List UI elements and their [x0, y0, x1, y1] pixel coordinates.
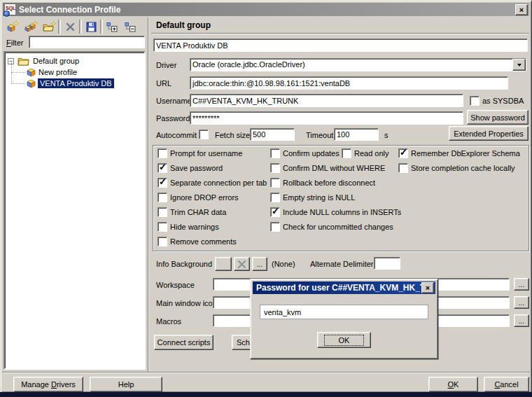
include-null-columns-checkbox[interactable] — [270, 207, 280, 217]
macros-label: Macros — [156, 317, 181, 326]
manage-drivers-button[interactable]: Manage Drivers — [13, 377, 83, 392]
profile-cube-icon — [27, 79, 36, 88]
url-label: URL — [156, 79, 172, 88]
driver-label: Driver — [156, 61, 176, 69]
check-uncommitted-checkbox[interactable] — [270, 222, 280, 232]
delete-icon — [65, 22, 76, 32]
remember-dbexplorer-checkbox[interactable] — [398, 148, 408, 158]
remove-comments-checkbox[interactable] — [158, 237, 167, 246]
save-password-label: Save password — [170, 164, 223, 172]
autocommit-label: Autocommit — [156, 131, 197, 139]
expand-all-button[interactable] — [103, 18, 121, 35]
new-profile-button[interactable] — [4, 18, 22, 35]
header-separator — [151, 33, 529, 34]
clear-x-icon — [237, 260, 246, 269]
username-input[interactable] — [190, 94, 463, 107]
tree-node-default-group[interactable]: − Default group — [8, 55, 79, 67]
save-icon — [86, 22, 97, 32]
prompt-for-username-label: Prompt for username — [170, 149, 242, 158]
read-only-checkbox[interactable] — [342, 148, 351, 158]
group-header: Default group — [156, 20, 211, 30]
as-sysdba-label: as SYSDBA — [482, 97, 524, 105]
collapse-all-button[interactable] — [121, 18, 139, 35]
separate-connection-checkbox[interactable] — [158, 178, 167, 188]
ignore-drop-errors-label: Ignore DROP errors — [170, 193, 239, 202]
confirm-updates-checkbox[interactable] — [270, 148, 280, 158]
popup-ok-button[interactable]: OK — [317, 332, 371, 348]
password-label: Password — [156, 114, 190, 123]
main-window-icon-label: Main window icon — [156, 299, 217, 307]
alternate-delimiter-input[interactable] — [374, 257, 400, 270]
copy-profile-button[interactable] — [22, 18, 40, 35]
as-sysdba-checkbox[interactable] — [470, 96, 479, 106]
save-password-checkbox[interactable] — [158, 163, 167, 173]
tree-node-label: Default group — [33, 57, 79, 65]
remember-dbexplorer-label: Remember DbExplorer Schema — [411, 149, 520, 158]
screen: SQL Select Connection Profile × — [0, 0, 532, 397]
driver-value: Oracle (oracle.jdbc.OracleDriver) — [190, 59, 512, 71]
window-close-button[interactable]: × — [515, 4, 528, 15]
main-window-icon-browse-button[interactable]: ... — [514, 296, 529, 309]
profile-toolbar — [4, 18, 146, 35]
timeout-label: Timeout — [306, 131, 333, 139]
driver-combobox[interactable]: Oracle (oracle.jdbc.OracleDriver) — [190, 58, 526, 71]
workspace-browse-button[interactable]: ... — [514, 278, 529, 291]
confirm-dml-label: Confirm DML without WHERE — [283, 164, 385, 172]
autocommit-checkbox[interactable] — [199, 130, 209, 139]
hide-warnings-checkbox[interactable] — [158, 222, 167, 232]
window-titlebar: SQL Select Connection Profile × — [3, 3, 529, 16]
trim-char-data-label: Trim CHAR data — [170, 208, 226, 216]
save-profiles-button[interactable] — [82, 18, 100, 35]
popup-title: Password for user C##VENTA_KVM_HK_T... — [256, 283, 421, 293]
read-only-label: Read only — [354, 149, 389, 158]
filter-input[interactable] — [29, 36, 145, 48]
rollback-before-disconnect-checkbox[interactable] — [270, 178, 280, 188]
info-background-swatch-button[interactable] — [215, 257, 232, 271]
macros-browse-button[interactable]: ... — [514, 314, 529, 327]
extended-properties-button[interactable]: Extended Properties — [449, 126, 528, 141]
empty-string-null-checkbox[interactable] — [270, 193, 280, 202]
pane-splitter-highlight — [148, 18, 149, 372]
timeout-unit-label: s — [384, 131, 388, 139]
tree-node-new-profile[interactable]: New profile — [27, 67, 77, 78]
url-input[interactable] — [190, 76, 508, 90]
info-background-none-label: (None) — [272, 260, 295, 268]
confirm-dml-checkbox[interactable] — [270, 163, 280, 173]
timeout-input[interactable] — [334, 128, 379, 141]
help-button[interactable]: Help — [90, 377, 162, 392]
tree-connector — [11, 72, 25, 73]
store-completion-cache-checkbox[interactable] — [398, 163, 408, 173]
cancel-button[interactable]: Cancel — [484, 377, 529, 392]
delete-profile-button[interactable] — [61, 18, 79, 35]
profile-tree: − Default group New profile — [4, 51, 146, 370]
new-folder-icon — [43, 22, 56, 32]
fetch-size-input[interactable] — [250, 128, 295, 141]
tree-node-label-selected: VENTA Produktiv DB — [38, 78, 114, 88]
trim-char-data-checkbox[interactable] — [158, 207, 167, 217]
prompt-for-username-checkbox[interactable] — [158, 148, 167, 158]
empty-string-null-label: Empty string is NULL — [283, 193, 355, 202]
info-background-clear-button[interactable] — [234, 257, 250, 271]
password-input[interactable] — [190, 111, 463, 125]
remove-comments-label: Remove comments — [170, 237, 237, 246]
expand-all-icon — [106, 22, 118, 32]
show-password-button[interactable]: Show password — [467, 110, 528, 125]
ok-button[interactable]: OK — [428, 377, 478, 392]
popup-password-display: venta_kvm — [260, 305, 428, 319]
check-uncommitted-label: Check for uncommitted changes — [283, 223, 393, 231]
separate-connection-label: Separate connection per tab — [170, 179, 267, 187]
profile-name-input[interactable] — [153, 39, 528, 52]
copy-profile-icon — [24, 21, 38, 32]
tree-connector — [11, 83, 25, 84]
tree-node-label: New profile — [38, 68, 77, 76]
info-background-browse-button[interactable]: ... — [252, 257, 267, 271]
ignore-drop-errors-checkbox[interactable] — [158, 193, 167, 202]
tree-node-venta-produktiv-db[interactable]: VENTA Produktiv DB — [27, 78, 114, 89]
footer-separator — [2, 372, 530, 373]
new-folder-button[interactable] — [40, 18, 58, 35]
filter-label: Filter — [6, 39, 23, 47]
popup-close-button[interactable]: × — [421, 282, 434, 293]
desktop-strip — [0, 392, 532, 397]
connect-scripts-button[interactable]: Connect scripts — [154, 335, 214, 350]
driver-dropdown-button[interactable] — [512, 59, 526, 71]
